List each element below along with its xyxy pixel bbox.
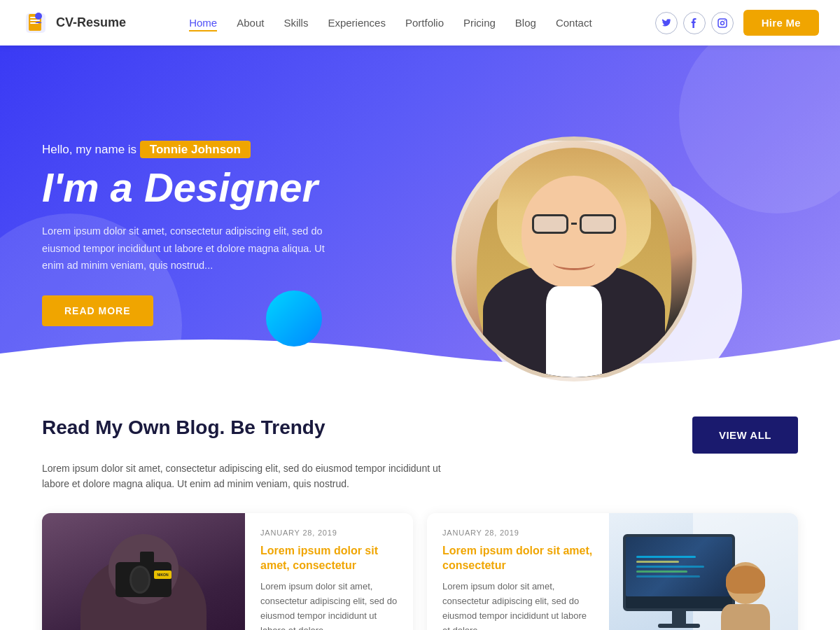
nav-item-contact[interactable]: Contact — [556, 17, 592, 29]
blog-card-1: NIKON JANUARY 28, 2019 Lorem ipsum dolor… — [42, 513, 413, 630]
twitter-icon[interactable] — [655, 12, 678, 34]
nav-item-about[interactable]: About — [237, 17, 264, 29]
blog-card-2-text: Lorem ipsum dolor sit amet, consectetur … — [442, 580, 594, 630]
navbar: CV-Resume Home About Skills Experiences … — [0, 0, 840, 46]
instagram-icon[interactable] — [711, 12, 734, 34]
hero-content: Hello, my name is Tonnie Johnson I'm a D… — [42, 143, 406, 326]
hero-greeting: Hello, my name is Tonnie Johnson — [42, 143, 406, 157]
hero-description: Lorem ipsum dolor sit amet, consectetur … — [42, 223, 343, 274]
nav-item-skills[interactable]: Skills — [284, 17, 308, 29]
nav-item-pricing[interactable]: Pricing — [463, 17, 496, 29]
blog-card-1-content: JANUARY 28, 2019 Lorem ipsum dolor sit a… — [245, 513, 413, 630]
blog-card-1-title: Lorem ipsum dolor sit amet, consectetur — [260, 544, 398, 573]
blog-subtitle: Lorem ipsum dolor sit amet, consectetur … — [42, 461, 462, 492]
social-icons — [655, 12, 734, 34]
blog-card-2: JANUARY 28, 2019 Lorem ipsum dolor sit a… — [427, 513, 798, 630]
nav-item-experiences[interactable]: Experiences — [328, 17, 386, 29]
blog-card-2-content: JANUARY 28, 2019 Lorem ipsum dolor sit a… — [427, 513, 609, 630]
blog-cards-row: NIKON JANUARY 28, 2019 Lorem ipsum dolor… — [42, 513, 798, 630]
blog-header-left: Read My Own Blog. Be Trendy — [42, 416, 326, 439]
logo-text: CV-Resume — [56, 15, 126, 30]
hero-title: I'm a Designer — [42, 165, 406, 210]
teal-decoration-circle — [266, 290, 322, 346]
nav-links: Home About Skills Experiences Portfolio … — [189, 17, 592, 29]
view-all-button[interactable]: VIEW ALL — [692, 416, 798, 454]
hero-section: Hello, my name is Tonnie Johnson I'm a D… — [0, 46, 840, 382]
logo[interactable]: CV-Resume — [21, 8, 126, 38]
svg-point-6 — [35, 13, 42, 20]
blog-card-2-date: JANUARY 28, 2019 — [442, 528, 594, 537]
hero-image-area — [406, 88, 742, 382]
blog-card-1-date: JANUARY 28, 2019 — [260, 528, 398, 537]
blog-card-1-text: Lorem ipsum dolor sit amet, consectetur … — [260, 580, 398, 630]
blog-title: Read My Own Blog. Be Trendy — [42, 416, 326, 439]
hero-photo — [451, 136, 696, 382]
svg-point-9 — [724, 20, 725, 21]
svg-rect-7 — [718, 19, 727, 27]
blog-section: Read My Own Blog. Be Trendy VIEW ALL Lor… — [0, 382, 840, 630]
svg-rect-4 — [30, 20, 40, 21]
facebook-icon[interactable] — [683, 12, 706, 34]
read-more-button[interactable]: READ MORE — [42, 295, 153, 326]
logo-icon — [21, 8, 50, 38]
svg-point-8 — [720, 21, 724, 24]
hire-me-button[interactable]: Hire Me — [743, 10, 819, 36]
nav-item-portfolio[interactable]: Portfolio — [405, 17, 444, 29]
blog-card-2-image — [609, 513, 798, 630]
nav-item-home[interactable]: Home — [189, 17, 217, 29]
blog-card-2-title: Lorem ipsum dolor sit amet, consectetur — [442, 544, 594, 573]
hero-name-badge: Tonnie Johnson — [140, 141, 251, 158]
blog-header: Read My Own Blog. Be Trendy VIEW ALL — [42, 416, 798, 454]
nav-item-blog[interactable]: Blog — [515, 17, 536, 29]
blog-card-1-image: NIKON — [42, 513, 245, 630]
